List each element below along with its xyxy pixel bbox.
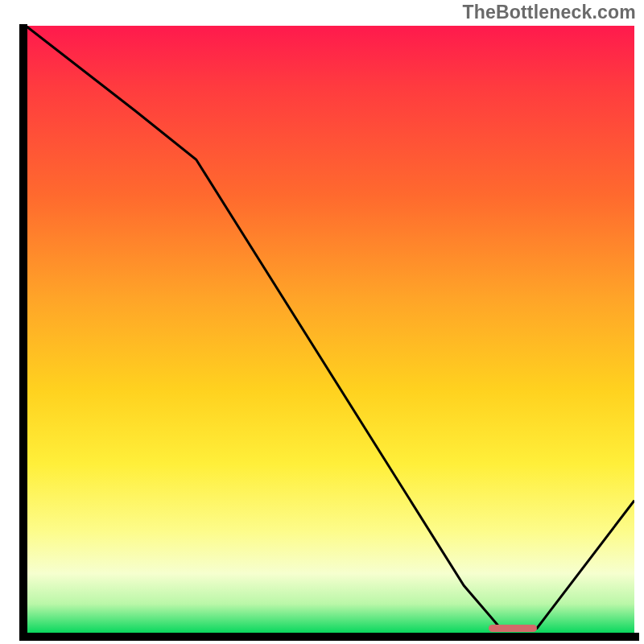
y-axis [19, 24, 27, 636]
bottleneck-chart: TheBottleneck.com [0, 0, 644, 644]
curve-path [26, 26, 634, 628]
x-axis [19, 633, 639, 641]
attribution-text: TheBottleneck.com [462, 2, 636, 23]
plot-area [26, 26, 634, 634]
bottleneck-curve [26, 26, 634, 634]
optimal-range-marker [489, 625, 537, 632]
